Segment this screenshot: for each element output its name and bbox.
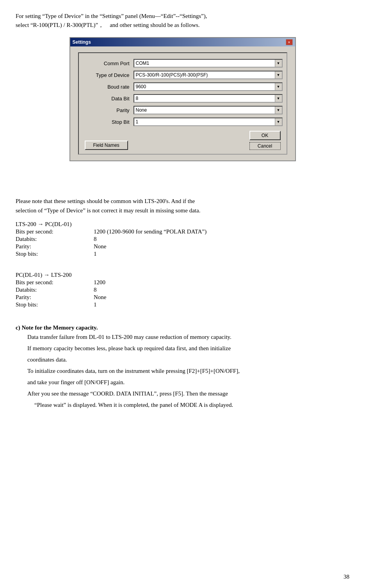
select-stop-bit-value: 1 — [134, 119, 275, 125]
form-row-baud-rate: Boud rate 9600 ▼ — [83, 82, 283, 91]
ok-button[interactable]: OK — [249, 131, 281, 140]
pc-to-lts-databits-label: Databits: — [16, 287, 94, 293]
pc-to-lts-stopbits-value: 1 — [94, 301, 97, 308]
settings-dialog: Settings × Comm Port COM1 ▼ Type of Devi… — [69, 37, 296, 161]
memory-section: c) Note for the Memory capacity. Data tr… — [16, 324, 349, 410]
dialog-body: Comm Port COM1 ▼ Type of Device PCS-300/… — [70, 46, 295, 160]
select-comm-port[interactable]: COM1 ▼ — [134, 59, 283, 68]
dialog-buttons-row: Field Names OK Cancel — [83, 131, 283, 150]
note-paragraph: Please note that these settings should b… — [16, 196, 349, 215]
form-row-stop-bit: Stop Bit 1 ▼ — [83, 118, 283, 126]
select-parity-arrow[interactable]: ▼ — [275, 107, 282, 114]
page-number: 38 — [344, 574, 349, 580]
memory-line-0: Data transfer failure from DL-01 to LTS-… — [27, 332, 349, 342]
label-parity: Parity — [83, 107, 134, 113]
form-row-comm-port: Comm Port COM1 ▼ — [83, 59, 283, 68]
select-comm-port-value: COM1 — [134, 61, 275, 66]
select-data-bit-arrow[interactable]: ▼ — [275, 95, 282, 102]
label-comm-port: Comm Port — [83, 61, 134, 66]
pc-to-lts-parity-value: None — [94, 294, 107, 301]
pc-to-lts-stopbits-row: Stop bits: 1 — [16, 301, 349, 308]
pc-to-lts-title: PC(DL-01) → LTS-200 — [16, 272, 349, 278]
lts-to-pc-title: LTS-200 → PC(DL-01) — [16, 221, 349, 228]
memory-line-4: and take your finger off [ON/OFF] again. — [27, 378, 349, 387]
intro-paragraph: For setting “Type of Device” in the “Set… — [16, 12, 349, 29]
label-stop-bit: Stop Bit — [83, 119, 134, 125]
select-type-device[interactable]: PCS-300/R-100(PCS)/R-300(PSF) ▼ — [134, 71, 283, 79]
lts-to-pc-bps-row: Bits per second: 1200 (1200-9600 for sen… — [16, 228, 349, 235]
dialog-titlebar: Settings × — [70, 38, 295, 46]
memory-title: c) Note for the Memory capacity. — [16, 324, 349, 331]
select-baud-rate[interactable]: 9600 ▼ — [134, 82, 283, 91]
pc-to-lts-parity-row: Parity: None — [16, 294, 349, 301]
pc-to-lts-databits-row: Databits: 8 — [16, 287, 349, 293]
select-baud-rate-value: 9600 — [134, 84, 275, 89]
form-row-parity: Parity None ▼ — [83, 106, 283, 114]
form-row-data-bit: Data Bit 8 ▼ — [83, 94, 283, 103]
select-stop-bit[interactable]: 1 ▼ — [134, 118, 283, 126]
lts-to-pc-databits-row: Databits: 8 — [16, 236, 349, 242]
lts-to-pc-bps-label: Bits per second: — [16, 228, 94, 235]
intro-line2: select “R-100(PTL) / R-300(PTL)”， and ot… — [16, 21, 349, 30]
dialog-close-button[interactable]: × — [286, 39, 293, 45]
select-parity[interactable]: None ▼ — [134, 106, 283, 114]
lts-to-pc-bps-value: 1200 (1200-9600 for sending “POLAR DATA”… — [94, 228, 207, 235]
select-stop-bit-arrow[interactable]: ▼ — [275, 118, 282, 125]
lts-to-pc-section: LTS-200 → PC(DL-01) Bits per second: 120… — [16, 221, 349, 257]
select-data-bit-value: 8 — [134, 96, 275, 101]
pc-to-lts-databits-value: 8 — [94, 287, 97, 293]
dialog-wrapper: Settings × Comm Port COM1 ▼ Type of Devi… — [16, 37, 349, 161]
cancel-button[interactable]: Cancel — [249, 142, 281, 150]
lts-to-pc-parity-row: Parity: None — [16, 243, 349, 250]
form-row-type-device: Type of Device PCS-300/R-100(PCS)/R-300(… — [83, 71, 283, 79]
label-type-device: Type of Device — [83, 72, 134, 78]
lts-to-pc-databits-value: 8 — [94, 236, 97, 242]
pc-to-lts-parity-label: Parity: — [16, 294, 94, 301]
select-parity-value: None — [134, 107, 275, 113]
note-line2: selection of “Type of Device” is not cor… — [16, 206, 349, 215]
memory-line-2: coordinates data. — [27, 355, 349, 364]
select-data-bit[interactable]: 8 ▼ — [134, 94, 283, 103]
pc-to-lts-stopbits-label: Stop bits: — [16, 301, 94, 308]
intro-line1: For setting “Type of Device” in the “Set… — [16, 12, 349, 21]
pc-to-lts-bps-value: 1200 — [94, 279, 105, 286]
select-type-device-value: PCS-300/R-100(PCS)/R-300(PSF) — [134, 72, 275, 78]
field-names-button[interactable]: Field Names — [85, 141, 128, 150]
lts-to-pc-stopbits-label: Stop bits: — [16, 251, 94, 257]
note-line1: Please note that these settings should b… — [16, 196, 349, 206]
select-type-device-arrow[interactable]: ▼ — [275, 71, 282, 78]
pc-to-lts-section: PC(DL-01) → LTS-200 Bits per second: 120… — [16, 272, 349, 308]
lts-to-pc-stopbits-value: 1 — [94, 251, 97, 257]
memory-line-3: To initialize coordinates data, turn on … — [27, 366, 349, 376]
select-comm-port-arrow[interactable]: ▼ — [275, 60, 282, 67]
label-baud-rate: Boud rate — [83, 84, 134, 90]
dialog-inner: Comm Port COM1 ▼ Type of Device PCS-300/… — [78, 52, 287, 155]
pc-to-lts-bps-row: Bits per second: 1200 — [16, 279, 349, 286]
lts-to-pc-stopbits-row: Stop bits: 1 — [16, 251, 349, 257]
lts-to-pc-parity-label: Parity: — [16, 243, 94, 250]
dialog-title: Settings — [73, 39, 91, 45]
lts-to-pc-parity-value: None — [94, 243, 107, 250]
memory-line-6: “Please wait” is displayed. When it is c… — [34, 400, 349, 410]
pc-to-lts-bps-label: Bits per second: — [16, 279, 94, 286]
memory-line-5: After you see the message “COORD. DATA I… — [27, 389, 349, 398]
lts-to-pc-databits-label: Databits: — [16, 236, 94, 242]
ok-cancel-group: OK Cancel — [249, 131, 281, 150]
memory-line-1: If memory capacity becomes less, please … — [27, 344, 349, 353]
label-data-bit: Data Bit — [83, 96, 134, 102]
select-baud-rate-arrow[interactable]: ▼ — [275, 83, 282, 90]
